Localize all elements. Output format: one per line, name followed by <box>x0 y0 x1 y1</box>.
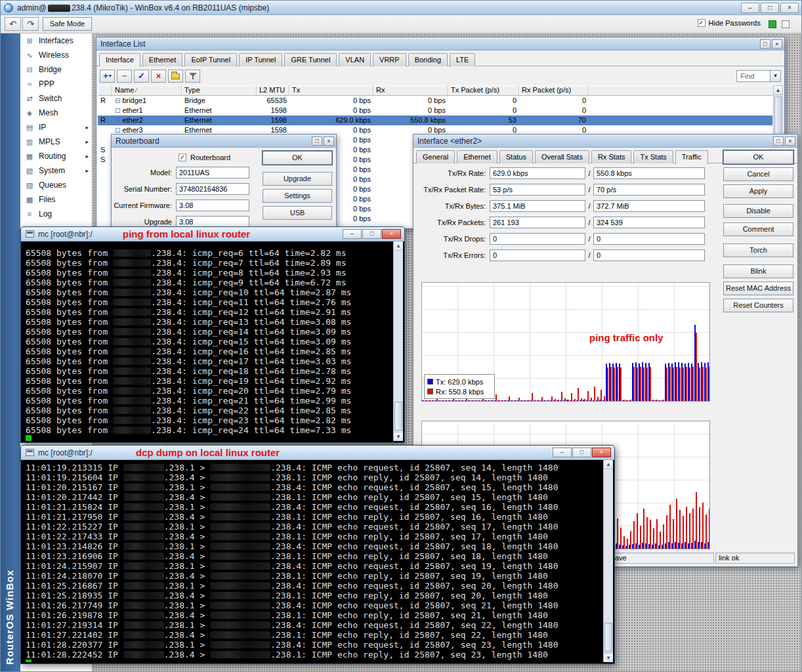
cancel-button[interactable]: Cancel <box>723 167 793 181</box>
reset-mac-address-button[interactable]: Reset MAC Address <box>723 282 793 295</box>
tab-vlan[interactable]: VLAN <box>339 53 371 66</box>
sidebar-item-files[interactable]: ▩Files <box>20 192 92 207</box>
tcpdump-terminal-titlebar[interactable]: mc [root@nbr]:/ dcp dump on local linux … <box>21 446 614 460</box>
column-header-type[interactable]: Type <box>182 85 257 95</box>
apply-button[interactable]: Apply <box>723 184 793 198</box>
interface-row-ether1[interactable]: ⊡ether1Ethernet15980 bps0 bps00 <box>98 106 772 116</box>
sidebar-item-ppp[interactable]: ≈PPP <box>20 77 92 91</box>
usb-button[interactable]: USB <box>263 206 332 220</box>
routerboard-titlebar[interactable]: Routerboard □ × <box>112 135 336 148</box>
scroll-thumb[interactable] <box>394 402 402 430</box>
main-titlebar[interactable]: admin@238.4 (MikroTik) - WinBox v6.4 on … <box>1 1 801 15</box>
restore-button[interactable]: □ <box>760 39 770 49</box>
serial-number-value[interactable]: 374802164836 <box>176 183 249 195</box>
tab-overall-stats[interactable]: Overall Stats <box>535 150 589 163</box>
close-button[interactable]: × <box>772 39 782 49</box>
tab-ethernet[interactable]: Ethernet <box>457 150 497 163</box>
tab-general[interactable]: General <box>416 150 455 163</box>
ok-button[interactable]: OK <box>723 150 793 164</box>
scroll-thumb[interactable] <box>604 623 612 652</box>
column-header-name[interactable]: Name ∕ <box>112 85 182 95</box>
routerboard-checkbox-row[interactable]: ✓ Routerboard <box>179 154 230 161</box>
tx-value[interactable]: 0 <box>490 249 585 261</box>
tab-rx-stats[interactable]: Rx Stats <box>591 150 632 163</box>
undo-button[interactable]: ↶ <box>5 17 21 31</box>
column-header-rx-packet-p-s[interactable]: Rx Packet (p/s) <box>519 85 589 95</box>
tx-value[interactable]: 0 <box>490 233 585 245</box>
filter-button[interactable] <box>185 70 200 83</box>
tx-value[interactable]: 375.1 MiB <box>490 200 585 212</box>
tx-value[interactable]: 629.0 kbps <box>490 167 585 179</box>
sidebar-item-bridge[interactable]: ⊟Bridge <box>20 62 92 77</box>
sidebar-item-system[interactable]: ▧System▸ <box>20 163 92 178</box>
scroll-up-icon[interactable]: ▲ <box>394 242 403 251</box>
rx-value[interactable]: 550.8 kbps <box>593 167 705 179</box>
terminal-scrollbar[interactable]: ▲ ▼ <box>393 242 403 441</box>
routerboard-window[interactable]: Routerboard □ × ✓ Routerboard Model:2011… <box>111 134 337 230</box>
interface-row-bridge1[interactable]: R⊟bridge1Bridge655350 bps0 bps00 <box>98 96 772 106</box>
tab-interface[interactable]: Interface <box>99 53 140 67</box>
torch-button[interactable]: Torch <box>723 243 793 257</box>
maximize-button[interactable]: □ <box>572 448 591 457</box>
column-header-flags[interactable] <box>98 85 112 95</box>
scroll-down-icon[interactable]: ▼ <box>604 653 613 662</box>
remove-button[interactable]: − <box>117 70 132 83</box>
tab-gre-tunnel[interactable]: GRE Tunnel <box>284 53 337 66</box>
rx-value[interactable]: 372.7 MiB <box>593 200 705 212</box>
ping-terminal-titlebar[interactable]: mc [root@nbr]:/ ping from local linux ro… <box>21 227 404 242</box>
sidebar-item-mpls[interactable]: ▥MPLS▸ <box>20 135 92 149</box>
hide-passwords-checkbox[interactable]: ✓ <box>698 19 706 27</box>
tab-ip-tunnel[interactable]: IP Tunnel <box>239 53 282 66</box>
disable-button[interactable]: × <box>151 70 166 83</box>
add-button[interactable]: +▾ <box>100 70 115 83</box>
column-header-l2-mtu[interactable]: L2 MTU <box>257 85 289 95</box>
scroll-down-icon[interactable]: ▼ <box>394 432 403 441</box>
tab-eoip-tunnel[interactable]: EoIP Tunnel <box>184 53 237 66</box>
close-button[interactable]: × <box>324 136 334 146</box>
sidebar-item-wireless[interactable]: ∿Wireless <box>20 48 92 62</box>
tx-value[interactable]: 53 p/s <box>490 184 585 196</box>
scroll-up-icon[interactable]: ▲ <box>604 460 613 469</box>
column-header-rx[interactable]: Rx <box>373 85 448 95</box>
terminal-scrollbar[interactable]: ▲ ▼ <box>603 460 613 662</box>
restore-button[interactable]: □ <box>312 136 322 146</box>
minimize-button[interactable]: – <box>553 448 572 457</box>
ping-terminal-output[interactable]: 65508 bytes from .238.4: icmp_req=6 ttl=… <box>22 242 403 441</box>
tab-status[interactable]: Status <box>499 150 533 163</box>
hide-passwords-control[interactable]: ✓ Hide Passwords <box>698 19 761 27</box>
disable-button[interactable]: Disable <box>723 204 793 218</box>
interface-list-titlebar[interactable]: Interface List □ × <box>96 37 784 51</box>
settings-button[interactable]: Settings <box>263 189 332 203</box>
routerboard-checkbox[interactable]: ✓ <box>179 154 186 161</box>
tab-bonding[interactable]: Bonding <box>408 53 448 66</box>
sidebar-item-queues[interactable]: ▨Queues <box>20 178 92 192</box>
rx-value[interactable]: 324 539 <box>593 217 705 228</box>
current-firmware-value[interactable]: 3.08 <box>176 200 249 211</box>
tcpdump-terminal-output[interactable]: 11:01:19.213315 IP .238.1 > .238.4: ICMP… <box>22 460 613 662</box>
tab-lte[interactable]: LTE <box>450 53 475 66</box>
sidebar-item-mesh[interactable]: ◈Mesh <box>20 106 92 120</box>
column-header-tx[interactable]: Tx <box>289 85 373 95</box>
restore-button[interactable]: □ <box>773 136 784 146</box>
close-button[interactable]: × <box>592 448 611 457</box>
close-button[interactable]: × <box>382 229 401 239</box>
tab-ethernet[interactable]: Ethernet <box>142 53 183 66</box>
find-dropdown-button[interactable]: ▼ <box>770 70 781 82</box>
model-value[interactable]: 2011UAS <box>176 167 249 178</box>
rx-value[interactable]: 0 <box>593 249 705 261</box>
ok-button[interactable]: OK <box>263 151 332 165</box>
redo-button[interactable]: ↷ <box>22 17 39 31</box>
maximize-button[interactable]: □ <box>362 229 381 239</box>
sidebar-item-interfaces[interactable]: ⊞Interfaces <box>20 33 92 48</box>
minimize-button[interactable]: – <box>343 229 362 239</box>
comment-button[interactable]: Comment <box>723 222 793 236</box>
sidebar-item-routing[interactable]: ▦Routing▸ <box>20 149 92 163</box>
sidebar-item-switch[interactable]: ⇄Switch <box>20 91 92 106</box>
column-header-tx-packet-p-s[interactable]: Tx Packet (p/s) <box>448 85 519 95</box>
blink-button[interactable]: Blink <box>723 264 793 278</box>
sidebar-item-log[interactable]: ≡Log <box>20 207 92 221</box>
tcpdump-terminal-window[interactable]: mc [root@nbr]:/ dcp dump on local linux … <box>20 445 615 664</box>
close-button[interactable]: × <box>780 3 799 13</box>
enable-button[interactable]: ✓ <box>134 70 149 83</box>
tx-value[interactable]: 261 193 <box>490 217 585 228</box>
